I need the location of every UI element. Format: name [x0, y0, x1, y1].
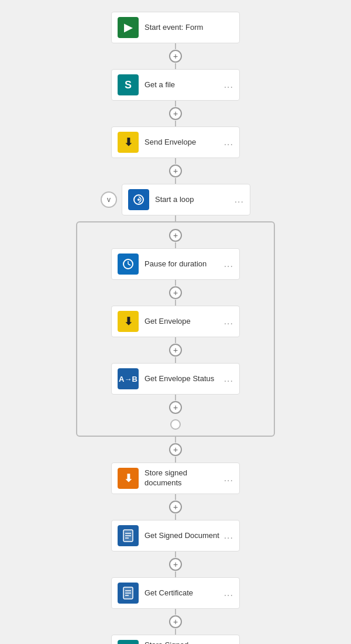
step-start-event[interactable]: ▶ Start event: Form — [111, 12, 240, 43]
add-step-btn-11[interactable]: + — [168, 615, 183, 629]
connector-line — [175, 571, 176, 577]
step-menu-btn[interactable]: ... — [222, 137, 233, 148]
play-icon: ▶ — [118, 17, 139, 38]
document-icon — [118, 525, 139, 546]
step-get-signed-doc[interactable]: Get Signed Document ... — [111, 520, 240, 551]
connector-line — [175, 609, 176, 615]
add-step-btn-4[interactable]: + — [168, 228, 183, 242]
step-label: Start event: Form — [139, 23, 233, 33]
sharepoint-icon-2: S — [118, 640, 139, 644]
step-menu-btn[interactable]: ... — [222, 80, 233, 90]
connector-line — [175, 629, 176, 635]
add-step-btn-7[interactable]: + — [168, 400, 183, 415]
step-store-signed-docs[interactable]: ⬇ Store signed documents ... — [111, 463, 240, 494]
connector-line — [175, 280, 176, 286]
step-menu-btn[interactable]: ... — [222, 374, 233, 384]
svg-line-4 — [128, 264, 130, 265]
step-send-envelope[interactable]: ⬇ Send Envelope ... — [111, 126, 240, 158]
connector-line — [175, 158, 176, 164]
connector-line — [175, 457, 176, 463]
step-label: Pause for duration — [139, 259, 222, 269]
step-menu-btn[interactable]: ... — [232, 194, 244, 205]
connector-line — [175, 337, 176, 343]
step-label: Get Envelope — [139, 317, 222, 327]
connector-line — [175, 63, 176, 69]
add-step-btn-8[interactable]: + — [168, 443, 183, 457]
loop-icon — [128, 189, 149, 210]
connector-line — [175, 514, 176, 520]
step-menu-btn[interactable]: ... — [222, 588, 233, 598]
connector-line — [175, 437, 176, 443]
step-menu-btn[interactable]: ... — [222, 316, 233, 327]
connector-line — [175, 43, 176, 49]
connector-line — [175, 215, 176, 221]
ab-icon: A→B — [118, 368, 139, 389]
document-icon-2 — [118, 583, 139, 604]
add-step-btn-1[interactable]: + — [168, 49, 183, 63]
step-start-loop[interactable]: Start a loop ... — [122, 184, 250, 215]
connector-line — [175, 395, 176, 400]
step-label: Get Signed Document — [139, 531, 222, 541]
step-label: Send Envelope — [139, 138, 222, 148]
connector-line — [175, 242, 176, 248]
docusign-download-icon: ⬇ — [118, 132, 139, 153]
docusign-icon: ⬇ — [118, 311, 139, 332]
loop-collapse-btn[interactable]: v — [101, 191, 117, 208]
connector-line — [175, 101, 176, 107]
step-label: Start a loop — [149, 195, 232, 205]
step-pause[interactable]: Pause for duration ... — [111, 248, 240, 280]
loop-body: + Pause for duration ... + — [76, 221, 275, 437]
step-label: Store Signed Document — [139, 640, 222, 644]
add-step-btn-2[interactable]: + — [168, 107, 183, 121]
loop-section: v Start a loop ... + — [0, 184, 351, 437]
step-get-file[interactable]: S Get a file ... — [111, 69, 240, 101]
connector-line — [175, 178, 176, 184]
step-menu-btn[interactable]: ... — [222, 530, 233, 541]
add-step-btn-5[interactable]: + — [168, 286, 183, 300]
add-step-btn-10[interactable]: + — [168, 557, 183, 571]
add-step-btn-3[interactable]: + — [168, 164, 183, 178]
connector-line — [175, 121, 176, 126]
step-label: Get a file — [139, 80, 222, 90]
step-label: Get Certificate — [139, 588, 222, 598]
connector-line — [175, 300, 176, 306]
sharepoint-icon: S — [118, 74, 139, 95]
step-menu-btn[interactable]: ... — [222, 473, 233, 484]
loop-end-indicator — [170, 419, 181, 430]
step-label: Store signed documents — [139, 468, 222, 488]
svg-point-1 — [137, 198, 140, 201]
clock-icon — [118, 254, 139, 275]
step-get-certificate[interactable]: Get Certificate ... — [111, 577, 240, 609]
step-get-envelope[interactable]: ⬇ Get Envelope ... — [111, 306, 240, 337]
store-signed-icon: ⬇ — [118, 468, 139, 489]
connector-line — [175, 551, 176, 557]
step-menu-btn[interactable]: ... — [222, 259, 233, 269]
connector-line — [175, 494, 176, 500]
chevron-down-icon: v — [107, 196, 111, 204]
add-step-btn-9[interactable]: + — [168, 500, 183, 514]
step-store-signed-document[interactable]: S Store Signed Document ... — [111, 635, 240, 644]
connector-line — [175, 357, 176, 363]
step-label: Get Envelope Status — [139, 374, 222, 384]
step-get-envelope-status[interactable]: A→B Get Envelope Status ... — [111, 363, 240, 395]
add-step-btn-6[interactable]: + — [168, 343, 183, 357]
workflow-canvas: ▶ Start event: Form + S Get a file ... +… — [0, 12, 351, 644]
